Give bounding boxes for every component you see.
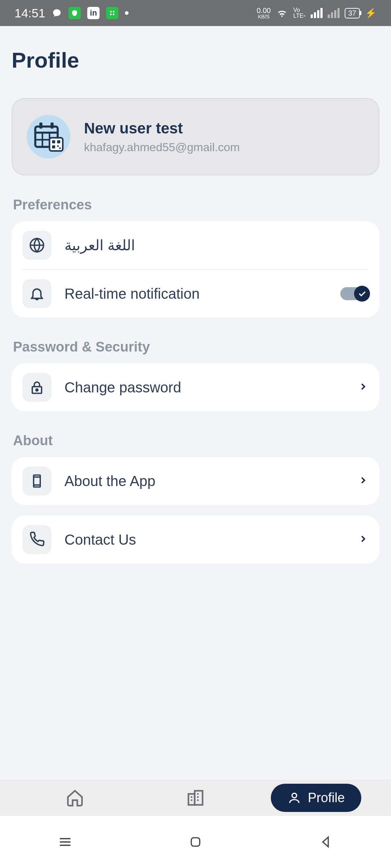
svg-point-3 — [113, 14, 115, 16]
section-title-security: Password & Security — [13, 339, 379, 355]
chevron-right-icon — [358, 381, 369, 393]
nav-buildings[interactable] — [156, 788, 235, 807]
language-label: اللغة العربية — [64, 237, 369, 254]
svg-rect-34 — [191, 838, 199, 846]
card-contact: Contact Us — [12, 516, 379, 563]
signal-icon-1 — [311, 8, 323, 18]
svg-rect-11 — [50, 138, 63, 151]
svg-point-19 — [36, 389, 38, 391]
contact-label: Contact Us — [64, 532, 345, 548]
user-card[interactable]: New user test khafagy.ahmed55@gmail.com — [12, 98, 379, 175]
svg-rect-13 — [57, 140, 60, 143]
nav-profile-pill: Profile — [271, 784, 361, 812]
svg-rect-10 — [51, 123, 54, 129]
status-bar: 14:51 in 0.00 KB/S VoLTE▫ 37 ⚡ — [0, 0, 391, 26]
card-security: Change password — [12, 363, 379, 411]
check-icon — [354, 286, 370, 302]
system-nav-bar — [0, 816, 391, 868]
bell-icon — [22, 279, 51, 308]
svg-rect-9 — [39, 123, 42, 129]
home-icon — [66, 788, 84, 807]
lock-icon — [22, 373, 51, 402]
change-password-label: Change password — [64, 379, 345, 396]
chevron-right-icon — [358, 533, 369, 546]
content-area: Profile New user test khafagy.ahmed — [0, 26, 391, 636]
battery-indicator: 37 — [345, 8, 360, 18]
bottom-nav: Profile — [0, 780, 391, 816]
row-about-app[interactable]: About the App — [22, 457, 369, 505]
svg-rect-12 — [52, 140, 55, 143]
user-avatar — [27, 115, 70, 158]
volte-indicator: VoLTE▫ — [293, 7, 306, 19]
status-right: 0.00 KB/S VoLTE▫ 37 ⚡ — [257, 7, 377, 19]
row-change-password[interactable]: Change password — [22, 363, 369, 411]
svg-point-2 — [110, 14, 112, 16]
page-title: Profile — [12, 48, 379, 73]
card-preferences: اللغة العربية Real-time notification — [12, 221, 379, 318]
svg-rect-14 — [52, 145, 55, 148]
status-time: 14:51 — [14, 6, 45, 20]
back-button[interactable] — [315, 831, 337, 853]
chat-bubble-icon — [52, 8, 62, 18]
user-email: khafagy.ahmed55@gmail.com — [84, 141, 240, 154]
linkedin-icon: in — [87, 7, 100, 19]
data-speed: 0.00 KB/S — [257, 7, 271, 19]
wifi-icon — [276, 7, 288, 19]
row-language[interactable]: اللغة العربية — [22, 221, 369, 269]
svg-rect-16 — [59, 148, 61, 149]
svg-point-0 — [110, 11, 112, 13]
shield-icon — [68, 7, 81, 19]
about-app-label: About the App — [64, 473, 345, 489]
row-notifications[interactable]: Real-time notification — [22, 269, 369, 318]
user-info: New user test khafagy.ahmed55@gmail.com — [84, 120, 240, 154]
svg-point-1 — [113, 11, 115, 13]
person-icon — [287, 791, 301, 805]
nav-home[interactable] — [35, 788, 115, 807]
globe-icon — [22, 231, 51, 260]
nav-profile[interactable]: Profile — [276, 784, 356, 812]
row-contact-us[interactable]: Contact Us — [22, 516, 369, 563]
more-notifications-dot — [125, 11, 129, 15]
phone-device-icon — [22, 467, 51, 495]
charging-icon: ⚡ — [365, 8, 377, 19]
recent-apps-button[interactable] — [54, 831, 76, 853]
chevron-right-icon — [358, 475, 369, 487]
section-title-preferences: Preferences — [13, 197, 379, 213]
buildings-icon — [186, 788, 205, 807]
phone-call-icon — [22, 525, 51, 554]
svg-point-30 — [292, 793, 297, 798]
card-about-app: About the App — [12, 457, 379, 505]
app-icon — [106, 7, 118, 19]
calendar-qr-icon — [32, 120, 65, 153]
signal-icon-2 — [328, 8, 340, 18]
user-name: New user test — [84, 120, 240, 137]
svg-rect-15 — [57, 145, 59, 147]
nav-profile-label: Profile — [308, 790, 345, 805]
notifications-label: Real-time notification — [64, 286, 327, 302]
status-left: 14:51 in — [14, 6, 129, 20]
home-button[interactable] — [185, 831, 206, 853]
section-title-about: About — [13, 433, 379, 448]
notifications-toggle[interactable] — [340, 287, 369, 300]
